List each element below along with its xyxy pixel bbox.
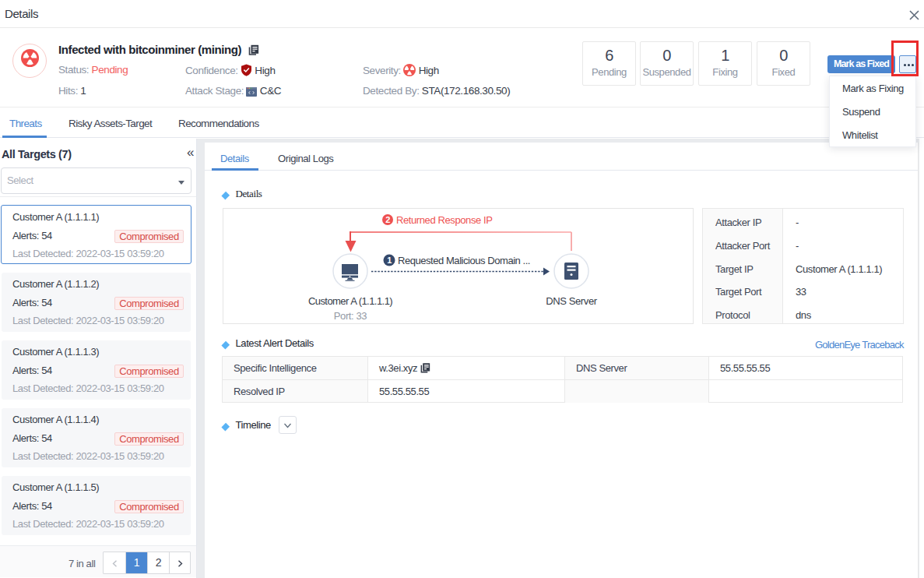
svg-text:Customer A (1.1.1.1): Customer A (1.1.1.1) xyxy=(308,295,392,307)
svg-text:Requested Malicious Domain ...: Requested Malicious Domain ... xyxy=(398,255,530,266)
svg-text:Port: 33: Port: 33 xyxy=(334,310,367,322)
svg-text:DNS Server: DNS Server xyxy=(546,295,597,307)
svg-text:2: 2 xyxy=(385,215,390,224)
svg-text:1: 1 xyxy=(387,256,392,265)
svg-text:Returned Response IP: Returned Response IP xyxy=(396,214,493,226)
